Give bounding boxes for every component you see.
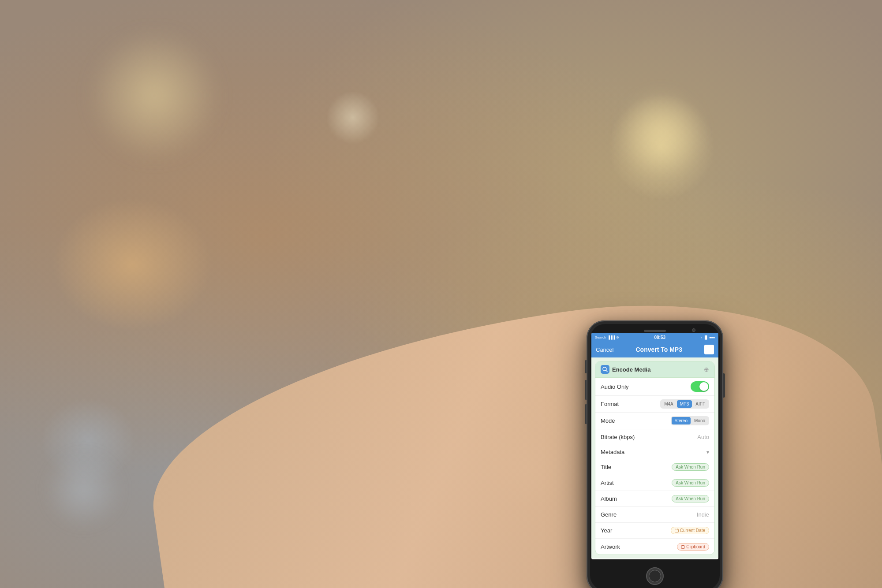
status-bar: Search ▐▐▐ ⊙ 08:53 ⬩ ▐▌ ■■■ bbox=[591, 333, 718, 342]
speaker bbox=[644, 330, 666, 332]
bitrate-row: Bitrate (kbps) Auto bbox=[595, 429, 714, 445]
year-label: Year bbox=[601, 527, 612, 534]
genre-value: Indie bbox=[697, 511, 709, 518]
bokeh-circle-1 bbox=[88, 30, 220, 162]
title-row: Title Ask When Run bbox=[595, 459, 714, 475]
status-bar-left: Search ▐▐▐ ⊙ bbox=[595, 335, 619, 339]
nav-action-button[interactable] bbox=[704, 345, 714, 354]
format-label: Format bbox=[601, 401, 619, 407]
album-label: Album bbox=[601, 495, 617, 502]
year-badge[interactable]: Current Date bbox=[671, 527, 709, 534]
artwork-badge[interactable]: Clipboard bbox=[677, 543, 709, 551]
bitrate-value: Auto bbox=[697, 434, 709, 440]
artwork-row: Artwork Clipboard bbox=[595, 539, 714, 555]
battery-icon: ▐▌ bbox=[703, 335, 708, 339]
home-button-inner bbox=[649, 570, 661, 582]
mode-mono[interactable]: Mono bbox=[691, 417, 708, 424]
year-row: Year Current Date bbox=[595, 523, 714, 539]
nav-bar: Cancel Convert To MP3 bbox=[591, 342, 718, 357]
artist-row: Artist Ask When Run bbox=[595, 475, 714, 491]
format-aiff[interactable]: AIFF bbox=[692, 400, 708, 408]
toggle-knob bbox=[699, 382, 708, 391]
encode-media-icon bbox=[601, 365, 609, 374]
svg-line-1 bbox=[606, 370, 607, 372]
encode-header-left: Encode Media bbox=[601, 365, 650, 374]
bitrate-label: Bitrate (kbps) bbox=[601, 434, 635, 440]
power-button bbox=[723, 373, 725, 398]
title-label: Title bbox=[601, 464, 611, 470]
encode-title: Encode Media bbox=[612, 366, 650, 373]
format-row: Format M4A MP3 AIFF bbox=[595, 396, 714, 413]
phone-inner: Search ▐▐▐ ⊙ 08:53 ⬩ ▐▌ ■■■ Cance bbox=[590, 324, 720, 588]
phone-screen: Search ▐▐▐ ⊙ 08:53 ⬩ ▐▌ ■■■ Cance bbox=[591, 333, 718, 559]
mute-switch bbox=[585, 360, 587, 373]
bokeh-circle-4 bbox=[44, 450, 123, 529]
artwork-label: Artwork bbox=[601, 543, 620, 550]
battery-fill: ■■■ bbox=[709, 336, 715, 339]
bluetooth-icon: ⬩ bbox=[700, 335, 703, 339]
svg-rect-2 bbox=[675, 529, 678, 532]
bokeh-circle-2 bbox=[617, 88, 706, 176]
content-area: Encode Media ⊕ Audio Only bbox=[591, 357, 718, 558]
audio-only-row: Audio Only bbox=[595, 378, 714, 396]
metadata-row[interactable]: Metadata ▾ bbox=[595, 445, 714, 459]
format-mp3[interactable]: MP3 bbox=[677, 400, 692, 408]
cancel-button[interactable]: Cancel bbox=[596, 346, 613, 353]
time-display: 08:53 bbox=[654, 335, 665, 340]
genre-row: Genre Indie bbox=[595, 507, 714, 523]
year-badge-text: Current Date bbox=[680, 528, 705, 533]
encode-header: Encode Media ⊕ bbox=[595, 361, 714, 378]
expand-icon[interactable]: ⊕ bbox=[704, 366, 709, 373]
audio-only-label: Audio Only bbox=[601, 383, 629, 390]
format-m4a[interactable]: M4A bbox=[661, 400, 676, 408]
artist-label: Artist bbox=[601, 480, 614, 486]
status-bar-right: ⬩ ▐▌ ■■■ bbox=[700, 335, 715, 339]
clipboard-icon bbox=[681, 545, 685, 549]
front-camera bbox=[692, 328, 695, 332]
artist-badge[interactable]: Ask When Run bbox=[672, 479, 709, 487]
search-label: Search bbox=[595, 335, 606, 339]
album-row: Album Ask When Run bbox=[595, 491, 714, 507]
home-button[interactable] bbox=[646, 567, 664, 585]
mode-label: Mode bbox=[601, 417, 615, 424]
nav-title: Convert To MP3 bbox=[635, 346, 682, 353]
calendar-icon bbox=[675, 528, 679, 532]
format-segmented: M4A MP3 AIFF bbox=[660, 399, 709, 409]
album-badge[interactable]: Ask When Run bbox=[672, 495, 709, 502]
mode-segmented: Stereo Mono bbox=[671, 416, 709, 425]
encode-media-card: Encode Media ⊕ Audio Only bbox=[595, 361, 715, 555]
volume-down-button bbox=[585, 404, 587, 424]
genre-label: Genre bbox=[601, 511, 617, 518]
wifi-icon: ⊙ bbox=[616, 335, 619, 339]
artwork-badge-text: Clipboard bbox=[686, 544, 705, 549]
volume-up-button bbox=[585, 380, 587, 400]
mode-stereo[interactable]: Stereo bbox=[672, 417, 691, 424]
audio-only-toggle[interactable] bbox=[691, 381, 709, 392]
chevron-down-icon: ▾ bbox=[706, 449, 709, 455]
metadata-label: Metadata bbox=[601, 449, 624, 455]
title-badge[interactable]: Ask When Run bbox=[672, 463, 709, 471]
mode-row: Mode Stereo Mono bbox=[595, 413, 714, 429]
full-scene: Search ▐▐▐ ⊙ 08:53 ⬩ ▐▌ ■■■ Cance bbox=[0, 0, 882, 588]
signal-icon: ▐▐▐ bbox=[607, 335, 615, 339]
phone-frame: Search ▐▐▐ ⊙ 08:53 ⬩ ▐▌ ■■■ Cance bbox=[587, 320, 723, 588]
